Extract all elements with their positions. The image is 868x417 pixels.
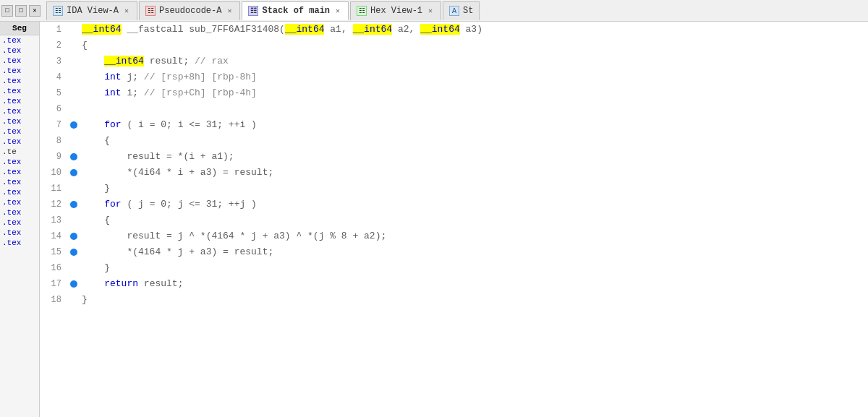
- line-num-3: 3: [40, 53, 69, 69]
- sidebar-item-18: .tex: [0, 207, 39, 218]
- sidebar-item-13: .tex: [0, 157, 39, 167]
- breakpoint-14: [70, 233, 77, 240]
- code-line-10: 10 *(4i64 * i + a3) = result;: [40, 165, 868, 181]
- sidebar-item-9: .tex: [0, 116, 39, 126]
- bp-15: [69, 249, 79, 256]
- line-num-5: 5: [40, 85, 69, 101]
- sidebar-item-12: .te: [0, 147, 39, 157]
- line-num-12: 12: [40, 197, 69, 212]
- breakpoint-15: [70, 249, 77, 256]
- tab-bar: □ □ ✕ ☷ IDA View-A ✕ ☷ Pseudocode-A ✕ ☷ …: [0, 0, 868, 22]
- line-num-2: 2: [40, 38, 69, 53]
- tab-more[interactable]: A St: [443, 1, 480, 20]
- breakpoint-10: [70, 169, 77, 176]
- line-num-16: 16: [40, 260, 69, 276]
- hl-int64-1: __int64: [82, 24, 122, 35]
- tab-pseudocode-a[interactable]: ☷ Pseudocode-A ✕: [139, 1, 240, 20]
- tab-stack-of-main[interactable]: ☷ Stack of main ✕: [242, 1, 349, 20]
- code-text-13: {: [79, 212, 868, 228]
- line-num-8: 8: [40, 133, 69, 149]
- line-num-6: 6: [40, 101, 69, 117]
- code-fastcall: __fastcall: [127, 24, 189, 35]
- bp-12: [69, 201, 79, 208]
- code-line-2: 2 {: [40, 38, 868, 53]
- sidebar-item-7: .tex: [0, 96, 39, 106]
- code-text-8: {: [79, 133, 868, 149]
- code-area[interactable]: 1 __int64 __fastcall sub_7FF6A1F31408(__…: [40, 22, 868, 417]
- code-a1: a1,: [324, 24, 352, 35]
- line-num-4: 4: [40, 69, 69, 85]
- code-text-11: }: [79, 181, 868, 197]
- line-num-1: 1: [40, 22, 69, 38]
- code-text-16: }: [79, 260, 868, 276]
- breakpoint-7: [70, 121, 77, 129]
- sidebar-item-14: .tex: [0, 167, 39, 177]
- restore-btn[interactable]: □: [1, 5, 13, 17]
- code-line-5: 5 int i; // [rsp+Ch] [rbp-4h]: [40, 85, 868, 101]
- tab-close-ida[interactable]: ✕: [122, 7, 131, 15]
- code-text-6: [79, 101, 868, 117]
- sidebar-item-16: .tex: [0, 187, 39, 197]
- bp-7: [69, 121, 79, 129]
- window-controls: □ □ ✕: [1, 5, 41, 17]
- hl-int64-a2: __int64: [353, 24, 393, 35]
- code-line-11: 11 }: [40, 181, 868, 197]
- code-line-8: 8 {: [40, 133, 868, 149]
- code-line-4: 4 int j; // [rsp+8h] [rbp-8h]: [40, 69, 868, 85]
- code-text-3: __int64 result; // rax: [79, 53, 868, 69]
- code-line-18: 18 }: [40, 292, 868, 308]
- breakpoint-12: [70, 201, 77, 208]
- tab-close-hex[interactable]: ✕: [426, 7, 435, 15]
- code-text-1: __int64 __fastcall sub_7FF6A1F31408(__in…: [79, 22, 868, 38]
- minimize-btn[interactable]: □: [15, 5, 27, 17]
- sidebar-item-21: .tex: [0, 238, 39, 248]
- sidebar-item-19: .tex: [0, 218, 39, 228]
- tab-label-ida: IDA View-A: [67, 6, 119, 16]
- main-area: Seg .tex .tex .tex .tex .tex .tex .tex .…: [0, 22, 868, 417]
- tab-close-stack[interactable]: ✕: [333, 7, 342, 15]
- sidebar-item-5: .tex: [0, 76, 39, 86]
- tab-icon-hex: ☷: [357, 6, 367, 16]
- breakpoint-9: [70, 153, 77, 160]
- close-btn[interactable]: ✕: [29, 5, 41, 17]
- line-num-18: 18: [40, 292, 69, 308]
- code-a3: a3): [460, 24, 482, 35]
- code-line-7: 7 for ( i = 0; i <= 31; ++i ): [40, 117, 868, 133]
- tab-close-pseudo[interactable]: ✕: [225, 7, 234, 15]
- tab-hex-view-1[interactable]: ☷ Hex View-1 ✕: [350, 1, 441, 20]
- code-text-5: int i; // [rsp+Ch] [rbp-4h]: [79, 85, 868, 101]
- line-num-7: 7: [40, 117, 69, 133]
- code-text-18: }: [79, 292, 868, 308]
- code-fn-name: sub_7FF6A1F31408(: [189, 24, 285, 35]
- code-line-16: 16 }: [40, 260, 868, 276]
- code-text-4: int j; // [rsp+8h] [rbp-8h]: [79, 69, 868, 85]
- code-line-6: 6: [40, 101, 868, 117]
- sidebar-item-8: .tex: [0, 106, 39, 116]
- hl-int64-a3: __int64: [420, 24, 460, 35]
- bp-14: [69, 233, 79, 240]
- tab-label-hex: Hex View-1: [370, 6, 422, 16]
- tab-icon-pseudo: ☷: [145, 6, 156, 16]
- hl-int64-result: __int64: [104, 56, 144, 66]
- tab-ida-view[interactable]: ☷ IDA View-A ✕: [46, 1, 137, 20]
- sidebar-item-2: .tex: [0, 46, 39, 56]
- code-line-1: 1 __int64 __fastcall sub_7FF6A1F31408(__…: [40, 22, 868, 38]
- sidebar-item-10: .tex: [0, 126, 39, 137]
- code-text-7: for ( i = 0; i <= 31; ++i ): [79, 117, 868, 133]
- tab-icon-stack: ☷: [248, 6, 258, 16]
- code-text-2: {: [79, 38, 868, 53]
- tab-label-pseudo: Pseudocode-A: [159, 6, 221, 16]
- sidebar-item-20: .tex: [0, 228, 39, 238]
- code-a2: a2,: [392, 24, 420, 35]
- sidebar-item-15: .tex: [0, 177, 39, 187]
- code-line-15: 15 *(4i64 * j + a3) = result;: [40, 244, 868, 260]
- sidebar: Seg .tex .tex .tex .tex .tex .tex .tex .…: [0, 22, 40, 417]
- code-text-9: result = *(i + a1);: [79, 149, 868, 165]
- line-num-14: 14: [40, 228, 69, 244]
- code-text-17: return result;: [79, 276, 868, 292]
- bp-9: [69, 153, 79, 160]
- line-num-11: 11: [40, 181, 69, 197]
- sidebar-item-1: .tex: [0, 35, 39, 46]
- tab-icon-more: A: [449, 6, 459, 16]
- sidebar-item-3: .tex: [0, 56, 39, 66]
